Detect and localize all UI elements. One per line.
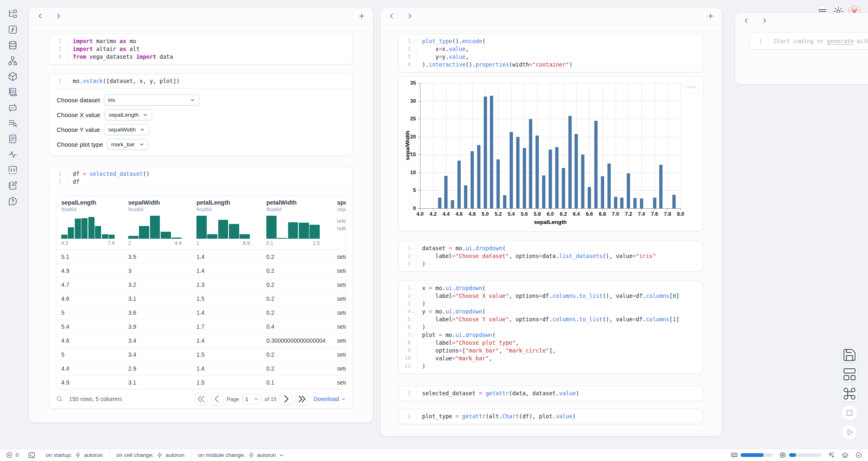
code-line[interactable]: 2 label="Choose dataset", options=data.l… [399, 252, 703, 260]
dropdown-select[interactable]: mark_bar [107, 139, 148, 150]
column-header-species[interactable]: speciesobjectuniquenulls: [332, 196, 346, 249]
add-column-icon[interactable] [358, 12, 365, 20]
next-page-button[interactable] [280, 393, 292, 405]
search-icon[interactable] [56, 395, 63, 403]
code-line[interactable]: 2df [49, 178, 353, 186]
x-axis-tick-label: 4.4 [443, 211, 450, 217]
plot-type-cell[interactable]: 1plot_type = getattr(alt.Chart(df), plot… [398, 409, 703, 424]
chart-actions-icon[interactable] [684, 80, 699, 95]
stop-icon[interactable] [842, 405, 857, 421]
code-line[interactable]: 3) [399, 300, 703, 308]
code-line[interactable]: 1⌄plot_type().encode( [399, 37, 703, 45]
chevron-right-icon[interactable] [406, 12, 413, 20]
code-line[interactable]: 1df = selected_dataset() [49, 170, 353, 178]
code-line[interactable]: 11) [399, 362, 703, 370]
scratchpad-icon[interactable] [8, 181, 18, 191]
document-icon[interactable] [8, 134, 18, 144]
code-line[interactable]: 1import marimo as mo [49, 37, 353, 45]
code-line[interactable]: 2 label="Choose X value", options=df.col… [399, 292, 703, 300]
page-label: Page [226, 396, 239, 402]
code-line[interactable]: 1⌄x = mo.ui.dropdown( [399, 284, 703, 292]
text-search-icon[interactable] [8, 118, 18, 128]
code-line[interactable]: 6) [399, 323, 703, 331]
empty-code-cell[interactable]: 1 Start coding or generate with [750, 32, 868, 49]
dataframe-cell[interactable]: 1df = selected_dataset()2df sepalLengthf… [49, 166, 353, 409]
chevron-left-icon[interactable] [37, 12, 44, 20]
chevron-left-icon[interactable] [743, 17, 750, 24]
code-line[interactable]: 4).interactive().properties(width="conta… [399, 61, 703, 69]
xy-plot-dropdowns-cell[interactable]: 1⌄x = mo.ui.dropdown(2 label="Choose X v… [398, 281, 703, 374]
column-header-sepalLength[interactable]: sepalLengthfloat644.37.9 [56, 196, 123, 249]
code-line[interactable]: 3 y=y.value, [399, 53, 703, 61]
code-line[interactable]: 2import altair as alt [49, 45, 353, 53]
dataset-dropdown-cell[interactable]: 1⌄dataset = mo.ui.dropdown(2 label="Choo… [398, 241, 703, 272]
dependency-graph-icon[interactable] [8, 56, 18, 66]
chart-bar [653, 198, 656, 208]
generate-with-ai-link[interactable]: generate [827, 38, 854, 44]
terminal-icon[interactable] [28, 452, 35, 459]
database-icon[interactable] [8, 40, 18, 50]
page-select[interactable]: 1 [242, 394, 261, 404]
function-square-icon[interactable] [8, 25, 18, 35]
sparkles-icon[interactable] [828, 452, 835, 459]
code-line[interactable]: 5 label="Choose Y value", options=df.col… [399, 316, 703, 323]
help-icon[interactable] [8, 196, 18, 206]
code-line[interactable]: 1mo.vstack([dataset, x, y, plot]) [49, 77, 353, 85]
code-line[interactable]: 3from vega_datasets import data [49, 53, 353, 61]
layout-icon[interactable] [842, 366, 857, 382]
table-row: 5.43.91.70.4setosa [56, 319, 346, 333]
column-histogram [196, 216, 250, 239]
code-line[interactable]: 1selected_dataset = getattr(data, datase… [399, 390, 703, 397]
dropdown-select[interactable]: sepalLength [104, 109, 152, 120]
imports-cell[interactable]: 1import marimo as mo2import altair as al… [49, 34, 353, 65]
dropdown-select[interactable]: iris [104, 95, 199, 106]
run-icon[interactable] [842, 424, 857, 440]
vstack-cell[interactable]: 1mo.vstack([dataset, x, y, plot]) Choose… [49, 74, 353, 156]
chart-bar [633, 198, 637, 208]
snippets-icon[interactable] [8, 165, 18, 175]
column-header-petalWidth[interactable]: petalWidthfloat640.12.5 [261, 196, 332, 249]
last-page-button[interactable] [295, 393, 308, 405]
command-palette-icon[interactable] [842, 386, 857, 401]
code-line[interactable]: 8 label="Choose plot type", [399, 339, 703, 347]
download-button[interactable]: Download [314, 396, 346, 402]
memory-meter[interactable] [731, 452, 773, 459]
file-tree-icon[interactable] [8, 9, 18, 19]
code-line[interactable]: 4⌄y = mo.ui.dropdown( [399, 308, 703, 316]
scroll-icon[interactable] [8, 87, 18, 97]
on-cell-change-setting[interactable]: on cell change: autorun [116, 452, 185, 458]
chevron-right-icon[interactable] [55, 12, 62, 20]
first-page-button[interactable] [195, 393, 208, 405]
code-line[interactable]: 1⌄dataset = mo.ui.dropdown( [399, 244, 703, 252]
cpu-meter[interactable] [779, 452, 821, 459]
prev-page-button[interactable] [211, 393, 223, 405]
save-icon[interactable] [842, 347, 857, 363]
code-line[interactable]: 3) [399, 260, 703, 268]
code-line[interactable]: 9 options=["mark_bar", "mark_circle"], [399, 347, 703, 355]
code-line[interactable]: 1plot_type = getattr(alt.Chart(df), plot… [399, 413, 703, 420]
on-startup-setting[interactable]: on startup: autorun [46, 452, 103, 458]
activity-icon[interactable] [8, 150, 18, 159]
column-header-sepalWidth[interactable]: sepalWidthfloat6424.4 [123, 196, 192, 249]
dropdown-select[interactable]: sepalWidth [104, 124, 149, 135]
code-line[interactable]: 2 x=x.value, [399, 45, 703, 53]
table-row: 5.13.51.40.2setosa [56, 250, 346, 263]
connection-status-icon[interactable] [855, 452, 862, 459]
column-header-petalLength[interactable]: petalLengthfloat6416.9 [192, 196, 261, 249]
table-row: 53.41.50.2setosa [56, 347, 346, 361]
selected-dataset-cell[interactable]: 1selected_dataset = getattr(data, datase… [398, 386, 703, 401]
altair-chart-output[interactable]: 051015202530354.04.24.44.64.85.05.25.45.… [398, 76, 703, 231]
chart-bar [549, 150, 552, 208]
chat-bot-icon[interactable] [8, 103, 18, 113]
code-line[interactable]: 7⌄plot = mo.ui.dropdown( [399, 331, 703, 339]
chevron-right-icon[interactable] [761, 17, 768, 24]
on-module-change-setting[interactable]: on module change: autorun [198, 452, 285, 458]
copilot-icon[interactable] [841, 452, 849, 459]
dropdown-output: Choose datasetirisChoose X valuesepalLen… [49, 89, 353, 155]
package-icon[interactable] [8, 71, 18, 81]
error-indicator[interactable]: 0 [6, 452, 19, 459]
chevron-left-icon[interactable] [388, 12, 395, 20]
code-line[interactable]: 10 value="mark_bar", [399, 355, 703, 362]
plot-code-cell[interactable]: 1⌄plot_type().encode(2 x=x.value,3 y=y.v… [398, 34, 703, 72]
add-column-icon[interactable] [707, 12, 714, 20]
